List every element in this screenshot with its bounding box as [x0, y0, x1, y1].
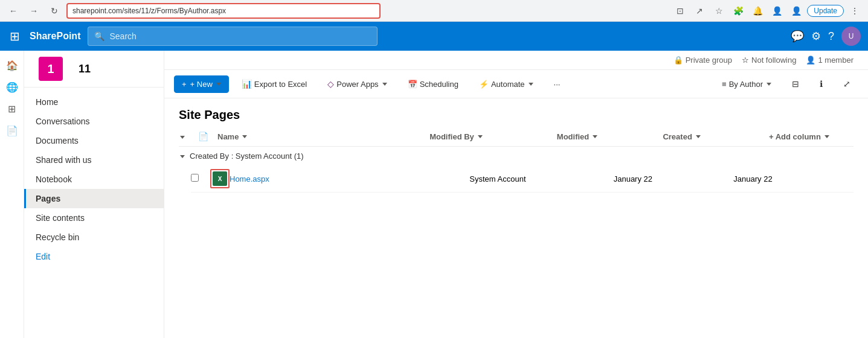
filter-icon: ⊟	[792, 79, 799, 89]
nav-item-recycle-bin[interactable]: Recycle bin	[24, 228, 164, 247]
info-button[interactable]: ℹ	[812, 75, 831, 93]
file-type-icon: 📄	[198, 132, 208, 141]
star-icon[interactable]: ☆	[710, 2, 727, 19]
row-file-icon-container: X	[210, 169, 230, 188]
scheduling-label: Scheduling	[420, 80, 458, 89]
nav-item-documents[interactable]: Documents	[24, 131, 164, 150]
settings-icon[interactable]: ⚙	[811, 30, 821, 43]
alert-icon[interactable]: 👤	[768, 2, 785, 19]
browser-bar: ← → ↻ sharepoint.com/sites/11/z/Forms/By…	[0, 0, 868, 22]
refresh-button[interactable]: ↻	[46, 2, 63, 19]
screen-share-icon[interactable]: ⊡	[672, 2, 689, 19]
powerapps-label: Power Apps	[336, 80, 378, 89]
col-file-icon: 📄	[198, 132, 217, 141]
header-right-actions: 💬 ⚙ ? U	[791, 27, 861, 46]
export-label: Export to Excel	[254, 80, 307, 89]
expand-icon: ⤢	[843, 79, 850, 89]
update-button[interactable]: Update	[807, 5, 844, 17]
chat-icon[interactable]: 💬	[791, 30, 804, 43]
automate-label: Automate	[491, 80, 525, 89]
help-icon[interactable]: ?	[828, 30, 834, 43]
row-created-cell: January 22	[733, 174, 854, 183]
row-name-cell: Home.aspx	[230, 174, 469, 183]
plus-icon: +	[182, 80, 187, 89]
file-name-link[interactable]: Home.aspx	[230, 174, 269, 183]
url-bar[interactable]: sharepoint.com/sites/11/z/Forms/ByAuthor…	[66, 3, 381, 19]
site-logo-text: 1	[47, 62, 54, 76]
col-created-header[interactable]: Created	[663, 132, 769, 141]
nav-item-home[interactable]: Home	[24, 92, 164, 112]
search-bar[interactable]: 🔍	[88, 27, 378, 46]
main-layout: 🏠 🌐 ⊞ 📄 1 11 Home Conversations Document…	[0, 51, 868, 338]
nav-item-shared[interactable]: Shared with us	[24, 150, 164, 170]
avatar-initials: U	[849, 32, 854, 40]
globe-rail-icon[interactable]: 🌐	[2, 77, 22, 97]
puzzle-icon[interactable]: 🔔	[749, 2, 766, 19]
waffle-icon[interactable]: ⊞	[7, 27, 22, 46]
profile-icon[interactable]: 👤	[788, 2, 805, 19]
scheduling-button[interactable]: 📅 Scheduling	[400, 75, 466, 93]
file-icon-border: X	[210, 169, 230, 188]
info-icon: ℹ	[820, 79, 823, 89]
view-lines-icon: ≡	[722, 80, 727, 89]
row-modified-cell: January 22	[614, 174, 734, 183]
row-check[interactable]	[191, 174, 210, 183]
list-view: 📄 Name Modified By Modified	[164, 127, 868, 193]
automate-button[interactable]: ⚡ Automate	[471, 75, 541, 93]
row-modified-value: January 22	[614, 174, 652, 183]
more-button[interactable]: ···	[546, 75, 568, 93]
check-chevron-icon	[179, 132, 185, 141]
page-title: Site Pages	[164, 98, 868, 127]
menu-icon[interactable]: ⋮	[846, 2, 863, 19]
sidebar: 1 11 Home Conversations Documents Shared…	[24, 51, 164, 338]
view-selector-button[interactable]: ≡ By Author	[714, 75, 779, 93]
search-input[interactable]	[109, 31, 371, 41]
person-icon: 👤	[806, 56, 815, 65]
doc-rail-icon[interactable]: 📄	[2, 121, 22, 140]
new-button[interactable]: + + New	[174, 75, 229, 93]
member-count[interactable]: 👤 1 member	[806, 56, 854, 65]
automate-dropdown-icon	[529, 83, 533, 86]
col-modified-header[interactable]: Modified	[557, 132, 663, 141]
add-column-icon	[825, 135, 829, 138]
excel-icon: 📊	[242, 79, 252, 89]
powerapps-icon: ◇	[327, 79, 334, 89]
sharepoint-header: ⊞ SharePoint 🔍 💬 ⚙ ? U	[0, 22, 868, 51]
name-col-label: Name	[217, 132, 239, 141]
not-following-button[interactable]: ☆ Not following	[742, 56, 796, 65]
group-header: Created By : System Account (1)	[179, 147, 854, 165]
home-rail-icon[interactable]: 🏠	[2, 56, 22, 75]
col-name-header[interactable]: Name	[217, 132, 429, 141]
col-add-column-header[interactable]: + Add column	[769, 132, 854, 141]
nav-item-notebook[interactable]: Notebook	[24, 170, 164, 189]
user-avatar[interactable]: U	[841, 27, 861, 46]
row-checkbox[interactable]	[191, 174, 199, 182]
view-dropdown-icon	[767, 83, 771, 86]
search-icon: 🔍	[94, 31, 104, 41]
new-button-label: + New	[190, 80, 213, 89]
power-apps-button[interactable]: ◇ Power Apps	[320, 75, 394, 93]
group-collapse-button[interactable]	[179, 153, 185, 160]
site-meta-bar: 🔒 Private group ☆ Not following 👤 1 memb…	[164, 51, 868, 70]
automate-icon: ⚡	[479, 80, 489, 89]
excel-letter: X	[218, 176, 222, 182]
sharepoint-logo[interactable]: SharePoint	[30, 31, 80, 42]
back-button[interactable]: ←	[5, 2, 22, 19]
forward-button[interactable]: →	[25, 2, 42, 19]
row-modified-by-value: System Account	[469, 174, 526, 183]
nav-item-edit[interactable]: Edit	[24, 247, 164, 266]
nav-item-conversations[interactable]: Conversations	[24, 112, 164, 131]
icon-rail: 🏠 🌐 ⊞ 📄	[0, 51, 24, 338]
expand-button[interactable]: ⤢	[835, 75, 858, 93]
extension-icon[interactable]: 🧩	[730, 2, 747, 19]
view-label: By Author	[729, 80, 763, 89]
share-icon[interactable]: ↗	[691, 2, 708, 19]
col-modified-by-header[interactable]: Modified By	[429, 132, 557, 141]
created-col-label: Created	[663, 132, 692, 141]
grid-rail-icon[interactable]: ⊞	[2, 99, 22, 118]
nav-item-site-contents[interactable]: Site contents	[24, 208, 164, 228]
col-check[interactable]	[179, 132, 198, 141]
export-excel-button[interactable]: 📊 Export to Excel	[234, 75, 315, 93]
nav-item-pages[interactable]: Pages	[24, 189, 164, 208]
filter-button[interactable]: ⊟	[784, 75, 807, 93]
